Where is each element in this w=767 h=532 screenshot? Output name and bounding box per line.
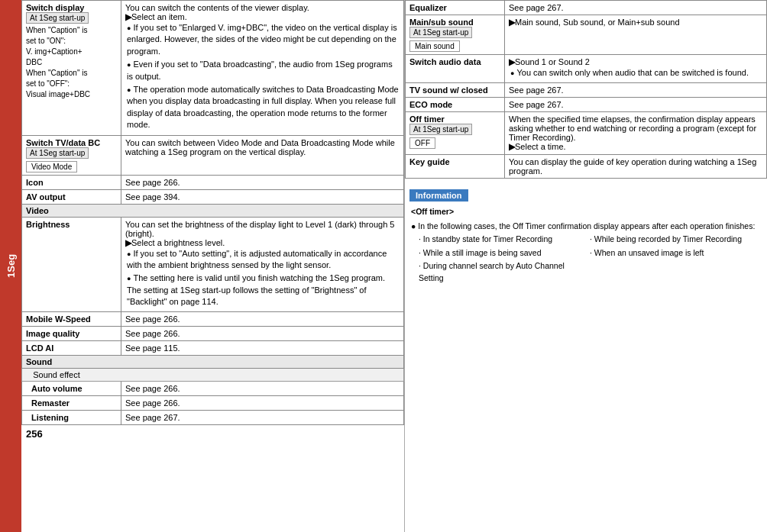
table-row: ECO mode See page 267.: [406, 98, 767, 112]
tab-label: 1Seg: [5, 254, 17, 278]
label-cell: AV output: [22, 189, 121, 204]
startup-label: At 1Seg start-up: [26, 12, 89, 24]
table-row: LCD AI See page 115.: [22, 341, 404, 356]
right-table: Equalizer See page 267. Main/sub sound A…: [405, 0, 767, 179]
table-row: Equalizer See page 267.: [406, 1, 767, 15]
value-cell: See page 267.: [505, 1, 767, 15]
arrow-text: Select a time.: [515, 142, 566, 151]
label-cell: Listening: [22, 411, 121, 425]
section-header-row: Video: [22, 204, 404, 217]
section-header: Sound: [22, 356, 404, 369]
info-content: <Off timer> ● In the following cases, th…: [405, 205, 767, 292]
arrow-icon: ▶: [125, 238, 131, 247]
table-row: Listening See page 267.: [22, 411, 404, 425]
arrow-item: Select a brightness level.: [131, 238, 225, 247]
arrow-icon: ▶: [509, 18, 515, 27]
value-cell: See page 266.: [121, 382, 404, 396]
row-label: Switch TV/data BC: [26, 138, 100, 147]
arrow-text: Main sound, Sub sound, or Main+sub sound: [515, 18, 680, 27]
label-cell: Image quality: [22, 327, 121, 341]
table-row: TV sound w/ closed See page 267.: [406, 83, 767, 98]
right-column: Equalizer See page 267. Main/sub sound A…: [405, 0, 767, 532]
value-cell: You can switch between Video Mode and Da…: [121, 135, 404, 175]
label-cell: Off timer At 1Seg start-up OFF: [406, 112, 505, 155]
value-cell: See page 267.: [505, 98, 767, 112]
label-cell: ECO mode: [406, 98, 505, 112]
row-label: Brightness: [26, 220, 70, 229]
table-row: Switch display At 1Seg start-up When "Ca…: [22, 1, 404, 136]
row-label: Switch audio data: [409, 57, 481, 66]
arrow-icon: ▶: [509, 57, 515, 66]
page-number: 256: [21, 426, 47, 440]
row-text: When the specified time elapses, the con…: [509, 114, 756, 142]
value-cell: When the specified time elapses, the con…: [505, 112, 767, 155]
bullet-list: You can switch only when audio that can …: [509, 67, 762, 79]
table-row: Off timer At 1Seg start-up OFF When the …: [406, 112, 767, 155]
table-row: AV output See page 394.: [22, 189, 404, 204]
table-row: Switch TV/data BC At 1Seg start-up Video…: [22, 135, 404, 175]
subsection-header-row: Sound effect: [22, 369, 404, 382]
list-item: Even if you set to "Data broadcasting", …: [127, 59, 400, 82]
label-cell: Equalizer: [406, 1, 505, 15]
value-cell: See page 115.: [121, 341, 404, 356]
left-table: Switch display At 1Seg start-up When "Ca…: [21, 0, 404, 425]
table-row: Auto volume See page 266.: [22, 382, 404, 396]
section-header-row: Sound: [22, 356, 404, 369]
value-cell: See page 267.: [505, 83, 767, 98]
page-number-area: 256: [21, 428, 404, 440]
table-row: Icon See page 266.: [22, 175, 404, 189]
label-cell: Switch TV/data BC At 1Seg start-up Video…: [22, 135, 121, 175]
grid-item: · While being recorded by Timer Recordin…: [590, 233, 761, 247]
value-box: OFF: [409, 137, 435, 149]
list-item: The operation mode automatically switche…: [127, 84, 400, 131]
grid-item: · When an unsaved image is left: [590, 247, 761, 260]
value-box: Main sound: [409, 40, 460, 52]
value-cell: See page 266.: [121, 396, 404, 411]
subsection-header: Sound effect: [22, 369, 404, 382]
table-row: Key guide You can display the guide of k…: [406, 155, 767, 179]
row-text: You can switch the contents of the viewe…: [125, 3, 309, 12]
table-row: Image quality See page 266.: [22, 327, 404, 341]
row-label: Off timer: [409, 114, 445, 124]
list-item: If you set to "Enlarged V. img+DBC", the…: [127, 22, 400, 57]
table-row: Mobile W-Speed See page 266.: [22, 312, 404, 327]
startup-label: At 1Seg start-up: [26, 147, 89, 159]
grid-item: [590, 260, 761, 285]
row-label: Switch display: [26, 3, 84, 12]
list-item: You can switch only when audio that can …: [510, 67, 762, 79]
value-cell: You can switch the contents of the viewe…: [121, 1, 404, 136]
left-column: Switch display At 1Seg start-up When "Ca…: [21, 0, 405, 532]
value-cell: ▶Sound 1 or Sound 2 You can switch only …: [505, 55, 767, 83]
side-tab: 1Seg: [0, 0, 21, 532]
label-cell: Remaster: [22, 396, 121, 411]
value-box: Video Mode: [26, 161, 77, 172]
info-box-label: Information: [409, 189, 468, 202]
value-cell: See page 266.: [121, 327, 404, 341]
list-item: If you set to "Auto setting", it is adju…: [127, 248, 400, 272]
value-cell: See page 266.: [121, 175, 404, 189]
label-cell: Switch audio data: [406, 55, 505, 83]
info-bullet: ● In the following cases, the Off Timer …: [411, 221, 761, 233]
info-title: <Off timer>: [411, 206, 761, 218]
info-grid: · In standby state for Timer Recording ·…: [411, 233, 761, 285]
arrow-item: Select an item.: [131, 12, 187, 21]
main-content: Switch display At 1Seg start-up When "Ca…: [21, 0, 767, 532]
section-header: Video: [22, 204, 404, 217]
label-cell: Mobile W-Speed: [22, 312, 121, 327]
label-cell: Auto volume: [22, 382, 121, 396]
list-item: The setting here is valid until you fini…: [127, 272, 400, 308]
subsection-label: Sound effect: [33, 370, 80, 379]
table-row: Main/sub sound At 1Seg start-up Main sou…: [406, 15, 767, 55]
startup-label: At 1Seg start-up: [409, 27, 472, 38]
bullet-dot: ●: [411, 221, 416, 231]
value-cell: See page 394.: [121, 189, 404, 204]
arrow-text: Sound 1 or Sound 2: [515, 57, 590, 66]
arrow-icon: ▶: [509, 142, 515, 151]
value-cell: ▶Main sound, Sub sound, or Main+sub soun…: [505, 15, 767, 55]
grid-item: · During channel search by Auto Channel …: [419, 260, 590, 285]
table-row: Switch audio data ▶Sound 1 or Sound 2 Yo…: [406, 55, 767, 83]
label-cell: TV sound w/ closed: [406, 83, 505, 98]
value-cell: You can display the guide of key operati…: [505, 155, 767, 179]
info-bullet-text: In the following cases, the Off Timer co…: [418, 221, 755, 231]
label-cell: Switch display At 1Seg start-up When "Ca…: [22, 1, 121, 136]
